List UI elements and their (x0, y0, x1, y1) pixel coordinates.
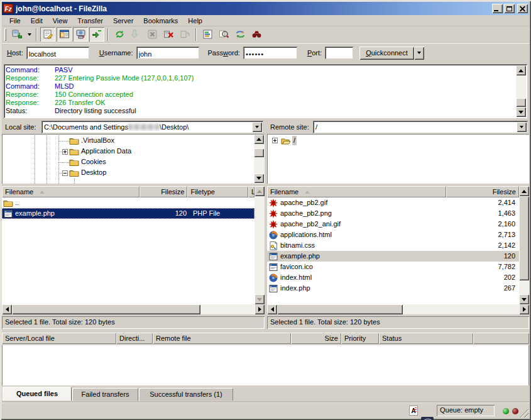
close-button[interactable] (517, 4, 528, 13)
port-input[interactable] (325, 47, 353, 59)
scroll-up-button[interactable] (254, 135, 264, 144)
file-row[interactable]: bitnami.css 2,142 (267, 240, 519, 251)
expand-icon[interactable] (272, 138, 278, 143)
scroll-down-button[interactable] (254, 174, 264, 183)
data-type-indicator-icon[interactable]: A (409, 406, 418, 416)
column-last-modified[interactable]: L (248, 186, 255, 197)
quickconnect-button[interactable]: Quickconnect (359, 47, 414, 60)
file-row[interactable]: applications.html 2,713 (267, 229, 519, 240)
queue-body (2, 345, 529, 385)
column-filesize[interactable]: Filesize (446, 186, 519, 197)
file-row[interactable]: apache_pb2.png 1,463 (267, 208, 519, 219)
minimize-button[interactable] (492, 4, 503, 13)
menu-server[interactable]: Server (108, 16, 138, 26)
menu-transfer[interactable]: Transfer (72, 16, 108, 26)
scrollbar-thumb[interactable] (519, 196, 529, 280)
scrollbar-thumb[interactable] (277, 304, 403, 314)
scrollbar-thumb[interactable] (12, 304, 200, 314)
site-manager-dropdown-button[interactable] (25, 27, 33, 41)
expand-icon[interactable] (62, 149, 68, 155)
column-status[interactable]: Status (379, 333, 473, 344)
scroll-up-button[interactable] (519, 186, 529, 196)
disconnect-button[interactable] (161, 27, 176, 41)
column-priority[interactable]: Priority (341, 333, 379, 344)
log-scrollbar[interactable] (516, 65, 526, 117)
tree-item-application-data[interactable]: Application Data (80, 146, 133, 156)
tree-item-desktop[interactable]: Desktop (80, 168, 107, 177)
local-tree-scrollbar[interactable] (254, 135, 264, 183)
directory-comparison-button[interactable] (216, 27, 231, 41)
synchronized-browsing-button[interactable] (233, 27, 248, 41)
find-files-button[interactable] (249, 27, 264, 41)
remote-path-dropdown-button[interactable] (517, 122, 527, 132)
remote-path-combo[interactable]: / (313, 121, 528, 133)
scrollbar-thumb[interactable] (516, 98, 526, 107)
toggle-remote-tree-button[interactable] (73, 27, 88, 41)
column-filename[interactable]: Filename (267, 186, 446, 197)
tab-queued-files[interactable]: Queued files (3, 387, 72, 401)
scroll-down-button[interactable] (516, 107, 526, 117)
process-queue-button[interactable] (128, 27, 143, 41)
menu-bookmarks[interactable]: Bookmarks (138, 16, 183, 26)
css-file-icon (268, 241, 278, 251)
local-list-vscrollbar[interactable] (255, 186, 265, 304)
column-remote-file[interactable]: Remote file (153, 333, 291, 344)
reconnect-button[interactable] (177, 27, 192, 41)
column-filename[interactable]: Filename (2, 186, 140, 197)
local-list-hscrollbar[interactable] (2, 304, 265, 314)
column-size[interactable]: Size (291, 333, 341, 344)
file-row[interactable]: favicon.ico 7,782 (267, 262, 519, 272)
quickconnect-dropdown-button[interactable] (414, 47, 424, 60)
scroll-right-button[interactable] (519, 304, 529, 314)
scrollbar-thumb[interactable] (254, 148, 264, 157)
username-label: Username: (99, 49, 133, 57)
local-path-combo[interactable]: C:\Documents and Settings\Desktop\ (41, 121, 263, 133)
refresh-button[interactable] (112, 27, 127, 41)
maximize-button[interactable] (504, 4, 515, 13)
tab-successful-transfers[interactable]: Successful transfers (1) (139, 388, 233, 401)
speed-limit-icon[interactable] (421, 417, 434, 420)
menu-edit[interactable]: Edit (26, 16, 48, 26)
toggle-queue-button[interactable] (89, 27, 104, 41)
file-row[interactable]: apache_pb2.gif 2,414 (267, 197, 519, 208)
scroll-down-button[interactable] (255, 294, 265, 304)
remote-path-text: / (315, 123, 515, 131)
file-row[interactable]: index.php 267 (267, 283, 519, 294)
file-row-selected[interactable]: example.php 120 (267, 251, 519, 262)
cancel-button[interactable] (145, 27, 160, 41)
host-input[interactable] (26, 47, 89, 59)
toggle-local-tree-button[interactable] (57, 27, 72, 41)
directory-filters-button[interactable] (200, 27, 215, 41)
scroll-left-button[interactable] (2, 304, 12, 314)
tree-item-root[interactable]: / (292, 136, 297, 145)
tree-item-virtualbox[interactable]: .VirtualBox (80, 136, 116, 145)
toggle-message-log-button[interactable] (40, 27, 55, 41)
scroll-up-button[interactable] (516, 65, 526, 75)
scroll-left-button[interactable] (267, 304, 277, 314)
menu-file[interactable]: File (4, 16, 26, 26)
file-row-parent[interactable]: .. (2, 197, 255, 208)
collapse-icon[interactable] (62, 170, 68, 176)
column-server-local-file[interactable]: Server/Local file (2, 333, 116, 344)
file-row[interactable]: index.html 202 (267, 272, 519, 283)
scroll-down-button[interactable] (519, 294, 529, 304)
tab-failed-transfers[interactable]: Failed transfers (72, 388, 138, 401)
scroll-up-button[interactable] (255, 186, 265, 196)
column-filetype[interactable]: Filetype (187, 186, 248, 197)
toolbar-grip[interactable] (4, 28, 6, 41)
menu-view[interactable]: View (48, 16, 73, 26)
password-input[interactable] (243, 47, 297, 59)
remote-list-hscrollbar[interactable] (267, 304, 529, 314)
tree-item-cookies[interactable]: Cookies (80, 157, 107, 167)
site-manager-button[interactable] (9, 27, 25, 41)
scroll-right-button[interactable] (255, 304, 265, 314)
menu-help[interactable]: Help (183, 16, 207, 26)
remote-list-vscrollbar[interactable] (519, 186, 529, 304)
column-filesize[interactable]: Filesize (140, 186, 188, 197)
file-row-example-php[interactable]: example.php 120 PHP File 1 (2, 208, 255, 219)
column-direction[interactable]: Directi... (116, 333, 153, 344)
resize-grip[interactable] (520, 409, 528, 417)
username-input[interactable] (136, 47, 199, 59)
file-row[interactable]: apache_pb2_ani.gif 2,160 (267, 219, 519, 229)
local-path-dropdown-button[interactable] (252, 122, 262, 132)
